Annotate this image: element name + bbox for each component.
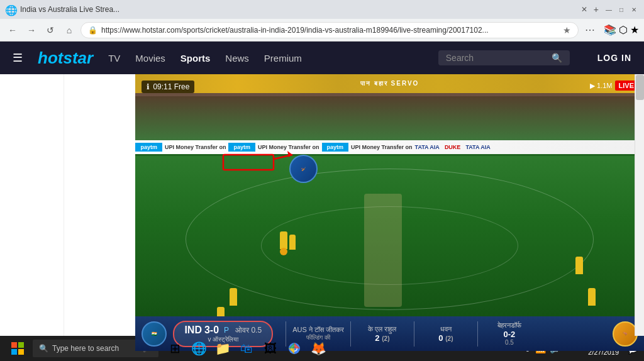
extension-icon-3[interactable]: ★ <box>630 24 639 36</box>
address-bar: ← → ↺ ⌂ 🔒 ★ ⋯ 📚 ⬡ ★ <box>0 19 644 42</box>
score-divider-3 <box>414 321 414 347</box>
nav-item-premium[interactable]: Premium <box>264 53 302 64</box>
info-icon: ℹ <box>147 82 150 91</box>
svg-rect-5 <box>11 349 17 355</box>
nav-item-sports[interactable]: Sports <box>180 53 211 64</box>
nav-item-movies[interactable]: Movies <box>135 53 165 64</box>
player-3 <box>230 288 237 306</box>
player-4 <box>289 235 296 250</box>
timer-text: 09:11 Free <box>153 82 189 91</box>
svg-rect-3 <box>11 342 17 348</box>
extension-icon-2[interactable]: ⬡ <box>619 24 628 36</box>
batsman2-name: धवन <box>421 325 471 333</box>
svg-rect-6 <box>18 349 24 355</box>
file-explorer-icon[interactable]: 📁 <box>211 336 234 361</box>
ad-banner: paytm UPI Money Transfer on paytm UPI Mo… <box>135 140 644 154</box>
australia-team-logo: 🦘 <box>613 321 638 347</box>
store-icon[interactable]: 🛍 <box>235 336 258 361</box>
batsman1-cell: के एल राहुल 2 (2) <box>357 325 408 343</box>
browser-favicon: 🌐 <box>5 4 15 14</box>
forward-button[interactable]: → <box>24 23 39 38</box>
page-title: India vs Australia Live Strea... <box>20 5 574 14</box>
maximize-button[interactable]: □ <box>616 4 626 14</box>
batsman2-balls: (2) <box>445 335 453 342</box>
bookmark-icon[interactable]: ★ <box>563 25 571 35</box>
player-7 <box>588 288 596 306</box>
taskbar-search-text: Type here to search <box>52 344 119 353</box>
back-button[interactable]: ← <box>5 23 20 38</box>
nav-item-tv[interactable]: TV <box>108 53 120 64</box>
photos-icon[interactable]: 🖼 <box>259 336 282 361</box>
start-button[interactable] <box>5 336 30 361</box>
team-name: IND <box>184 325 202 336</box>
bowler-name: बेहरनडॉर्फ <box>484 321 535 330</box>
live-badge: ▶ 1.1M LIVE <box>590 81 638 91</box>
scrollbar-thumb[interactable] <box>636 75 644 100</box>
extensions-area: 📚 ⬡ ★ <box>604 24 639 36</box>
search-input[interactable] <box>446 53 547 63</box>
bowler-overs: 0.5 <box>484 339 535 346</box>
hotstar-logo[interactable]: hotstar <box>38 48 93 68</box>
cricket-field <box>135 156 644 316</box>
firefox-icon[interactable]: 🦊 <box>307 336 330 361</box>
edge-browser-icon[interactable]: 🌐 <box>187 336 210 361</box>
hamburger-menu[interactable]: ☰ <box>13 51 23 65</box>
viewers-count: ▶ 1.1M <box>590 82 613 90</box>
batsman2-score: 0 (2) <box>421 333 471 343</box>
hotstar-navbar: ☰ hotstar TV Movies Sports News Premium … <box>0 42 644 74</box>
batsman1-balls: (2) <box>382 335 389 342</box>
timer-badge: ℹ 09:11 Free <box>142 81 194 93</box>
stadium-banner: पान बहार SERVO <box>135 74 644 93</box>
nav-items: TV Movies Sports News Premium <box>108 53 302 64</box>
task-manager-icon[interactable]: ⊞ <box>164 336 186 361</box>
search-icon: 🔍 <box>552 53 562 63</box>
home-button[interactable]: ⌂ <box>62 23 77 38</box>
title-bar: 🌐 India vs Australia Live Strea... ✕ + —… <box>0 0 644 19</box>
taskbar-search-icon: 🔍 <box>39 344 48 353</box>
window-controls: — □ ✕ <box>604 4 639 14</box>
score-divider-2 <box>350 321 351 347</box>
minimize-button[interactable]: — <box>604 4 614 14</box>
toss-label: AUS ने टॉस जीतकर <box>292 326 344 334</box>
score-divider-4 <box>477 321 478 347</box>
chrome-icon[interactable] <box>283 336 306 361</box>
add-tab-icon[interactable]: + <box>594 4 599 14</box>
scrollbar[interactable] <box>635 74 644 336</box>
player-5 <box>575 257 583 274</box>
login-button[interactable]: LOG IN <box>597 53 631 63</box>
batsman1-name: के एल राहुल <box>357 325 408 333</box>
overs-value: ओवर 0.5 <box>235 326 262 335</box>
stadium-area: पान बहार SERVO <box>135 74 644 143</box>
partnership-badge: P <box>224 326 229 335</box>
lock-icon: 🔒 <box>88 26 97 35</box>
new-tab-icon[interactable]: ✕ <box>581 5 587 14</box>
bowler-cell: बेहरनडॉर्फ 0-2 0.5 <box>484 321 535 346</box>
extension-icon-1[interactable]: 📚 <box>604 24 616 36</box>
batsman1-score: 2 (2) <box>357 333 408 343</box>
svg-rect-0 <box>223 155 274 170</box>
left-sidebar <box>0 74 64 336</box>
score-value: 3-0 <box>204 325 219 336</box>
main-content: पान बहार SERVO paytm UPI Money Transfer … <box>0 74 644 336</box>
url-input[interactable] <box>80 22 579 38</box>
player-1 <box>280 231 287 255</box>
task-icons-area: ⊞ 🌐 📁 🛍 🖼 🦊 <box>164 336 330 361</box>
nav-item-news[interactable]: News <box>225 53 249 64</box>
more-menu-button[interactable]: ⋯ <box>582 23 597 38</box>
batsman2-cell: धवन 0 (2) <box>421 325 471 343</box>
red-arrow-annotation <box>217 143 299 181</box>
video-container[interactable]: पान बहार SERVO paytm UPI Money Transfer … <box>135 74 644 351</box>
bowler-score: 0-2 <box>484 330 535 339</box>
svg-rect-4 <box>18 342 24 348</box>
search-box[interactable]: 🔍 <box>438 50 570 65</box>
close-button[interactable]: ✕ <box>629 4 639 14</box>
refresh-button[interactable]: ↺ <box>43 23 58 38</box>
